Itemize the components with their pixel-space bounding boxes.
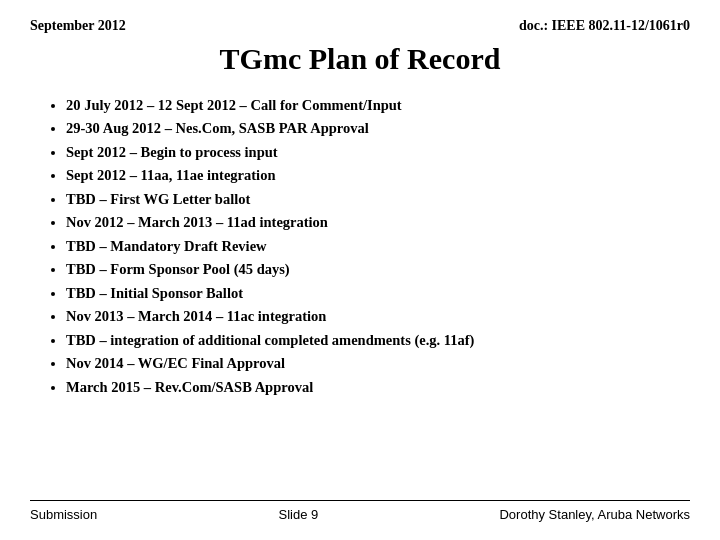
bullet-item-12: March 2015 – Rev.Com/SASB Approval [66, 376, 690, 398]
slide-title: TGmc Plan of Record [30, 42, 690, 76]
bullet-item-0: 20 July 2012 – 12 Sept 2012 – Call for C… [66, 94, 690, 116]
bullet-item-7: TBD – Form Sponsor Pool (45 days) [66, 258, 690, 280]
bullet-item-11: Nov 2014 – WG/EC Final Approval [66, 352, 690, 374]
footer-submission: Submission [30, 507, 97, 522]
bullet-list: 20 July 2012 – 12 Sept 2012 – Call for C… [30, 94, 690, 492]
bullet-item-5: Nov 2012 – March 2013 – 11ad integration [66, 211, 690, 233]
footer-slide-number: Slide 9 [278, 507, 318, 522]
bullet-item-2: Sept 2012 – Begin to process input [66, 141, 690, 163]
bullet-item-4: TBD – First WG Letter ballot [66, 188, 690, 210]
header-row: September 2012 doc.: IEEE 802.11-12/1061… [30, 18, 690, 34]
header-right: doc.: IEEE 802.11-12/1061r0 [519, 18, 690, 34]
footer-author: Dorothy Stanley, Aruba Networks [499, 507, 690, 522]
bullet-item-9: Nov 2013 – March 2014 – 11ac integration [66, 305, 690, 327]
bullet-item-3: Sept 2012 – 11aa, 11ae integration [66, 164, 690, 186]
bullet-item-10: TBD – integration of additional complete… [66, 329, 690, 351]
bullet-item-1: 29-30 Aug 2012 – Nes.Com, SASB PAR Appro… [66, 117, 690, 139]
header-left: September 2012 [30, 18, 126, 34]
footer-row: Submission Slide 9 Dorothy Stanley, Arub… [30, 500, 690, 522]
bullet-item-8: TBD – Initial Sponsor Ballot [66, 282, 690, 304]
bullet-item-6: TBD – Mandatory Draft Review [66, 235, 690, 257]
slide-container: September 2012 doc.: IEEE 802.11-12/1061… [0, 0, 720, 540]
